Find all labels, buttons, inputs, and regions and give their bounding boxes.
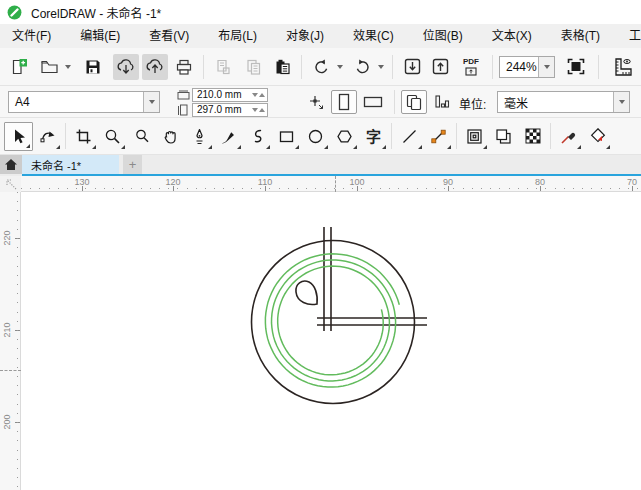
window-title: CorelDRAW - 未命名 -1* [31, 4, 161, 21]
green-spiral-shape[interactable] [265, 254, 399, 387]
units-label: 单位: [459, 95, 486, 112]
units-combo-caret[interactable] [613, 92, 629, 112]
menu-item-bitmaps[interactable]: 位图(B) [413, 24, 473, 48]
current-page-button[interactable] [429, 90, 455, 114]
ellipse-icon [307, 128, 324, 145]
paste-button[interactable] [269, 54, 295, 80]
transparency-checker-icon [525, 128, 541, 144]
vertical-ruler[interactable]: 220 210 200 [0, 192, 21, 490]
ruler-origin-corner[interactable] [0, 176, 21, 192]
zoom-combo-caret[interactable] [538, 57, 554, 77]
menu-item-table[interactable]: 表格(T) [551, 24, 610, 48]
drop-shadow-tool[interactable] [489, 122, 518, 151]
document-tab-active[interactable]: 未命名 -1* [22, 155, 119, 174]
contour-tool[interactable] [460, 122, 489, 151]
teardrop-shape[interactable] [296, 281, 317, 304]
zoom-level-combo[interactable]: 244% [499, 56, 555, 78]
rectangle-icon [278, 128, 295, 145]
portrait-button[interactable] [331, 90, 357, 114]
line-tool[interactable] [395, 122, 424, 151]
fill-tool[interactable] [583, 122, 612, 151]
import-file-button[interactable] [399, 54, 425, 80]
publish-pdf-button[interactable]: PDF [456, 54, 486, 80]
units-value: 毫米 [498, 92, 613, 112]
horizontal-ruler[interactable]: 130 120 110 100 90 80 70 [21, 176, 641, 192]
import-button[interactable] [113, 54, 139, 80]
copy-button[interactable] [241, 54, 267, 80]
ellipse-tool[interactable] [301, 122, 330, 151]
magnifier-small-icon [134, 128, 150, 144]
redo-icon [353, 58, 372, 76]
units-combo[interactable]: 毫米 [497, 91, 630, 113]
eyedropper-tool[interactable] [554, 122, 583, 151]
text-tool-glyph: 字 [366, 129, 381, 144]
coreldraw-logo-icon [7, 5, 22, 20]
page-width-value: 210.0 mm [197, 89, 252, 100]
transparency-tool[interactable] [518, 122, 547, 151]
pen-nib-icon [191, 128, 208, 145]
page-preset-combo[interactable]: A4 [8, 91, 160, 113]
page-width-field[interactable]: 210.0 mm [192, 88, 268, 102]
page-height-field[interactable]: 297.0 mm [192, 103, 268, 117]
toolbar-separator [203, 55, 204, 79]
open-button[interactable] [36, 54, 62, 80]
menu-item-object[interactable]: 对象(J) [276, 24, 334, 48]
welcome-home-button[interactable] [0, 155, 22, 174]
menu-item-file[interactable]: 文件(F) [2, 24, 61, 48]
rectangle-tool[interactable] [272, 122, 301, 151]
toolbar-separator [301, 55, 302, 79]
print-button[interactable] [171, 54, 197, 80]
page-width-spinner[interactable] [252, 93, 265, 97]
paste-special-button[interactable] [210, 54, 236, 80]
fit-page-button[interactable] [562, 54, 590, 80]
contour-icon [466, 128, 483, 145]
save-button[interactable] [80, 54, 106, 80]
menu-item-effects[interactable]: 效果(C) [343, 24, 404, 48]
nudge-offset-button[interactable] [303, 90, 329, 114]
undo-dropdown-caret[interactable] [334, 54, 345, 80]
redo-dropdown-caret[interactable] [375, 54, 386, 80]
connector-icon [430, 128, 447, 145]
menu-item-text[interactable]: 文本(X) [482, 24, 542, 48]
export-file-button[interactable] [427, 54, 453, 80]
page-width-icon [176, 90, 190, 100]
copy-icon [245, 58, 263, 76]
coreldraw-window: CorelDRAW - 未命名 -1* 文件(F) 编辑(E) 查看(V) 布局… [0, 0, 641, 490]
rulers-options-button[interactable] [607, 54, 641, 80]
export-button[interactable] [142, 54, 168, 80]
toolbox: 字 [0, 118, 641, 155]
pen-tool[interactable] [185, 122, 214, 151]
fit-page-icon [566, 57, 586, 76]
open-dropdown-caret[interactable] [62, 54, 73, 80]
new-document-button[interactable] [6, 54, 32, 80]
pan-tool[interactable] [156, 122, 185, 151]
polygon-tool[interactable] [330, 122, 359, 151]
redo-button[interactable] [349, 54, 375, 80]
shape-tool[interactable] [33, 122, 62, 151]
curve-tool[interactable] [243, 122, 272, 151]
menu-item-layout[interactable]: 布局(L) [208, 24, 267, 48]
page-preset-caret[interactable] [143, 92, 159, 112]
connector-tool[interactable] [424, 122, 453, 151]
landscape-button[interactable] [360, 90, 386, 114]
pick-tool[interactable] [4, 122, 33, 151]
menu-item-view[interactable]: 查看(V) [139, 24, 199, 48]
portrait-icon [337, 93, 351, 111]
menu-item-tools[interactable]: 工具(O) [619, 24, 641, 48]
crop-tool[interactable] [69, 122, 98, 151]
magnifier-tool[interactable] [127, 122, 156, 151]
undo-button[interactable] [308, 54, 334, 80]
all-pages-button[interactable] [401, 90, 427, 114]
v-ruler-label: 220 [2, 230, 12, 245]
page-height-spinner[interactable] [252, 108, 265, 112]
all-pages-icon [405, 93, 423, 111]
menu-item-edit[interactable]: 编辑(E) [70, 24, 130, 48]
brush-tool[interactable] [214, 122, 243, 151]
polygon-icon [336, 128, 353, 145]
drawing-canvas[interactable] [21, 192, 641, 490]
text-tool[interactable]: 字 [359, 122, 388, 151]
new-tab-button[interactable]: + [123, 155, 142, 174]
zoom-tool[interactable] [98, 122, 127, 151]
standard-toolbar: PDF 244% [0, 48, 641, 86]
undo-icon [312, 58, 331, 76]
